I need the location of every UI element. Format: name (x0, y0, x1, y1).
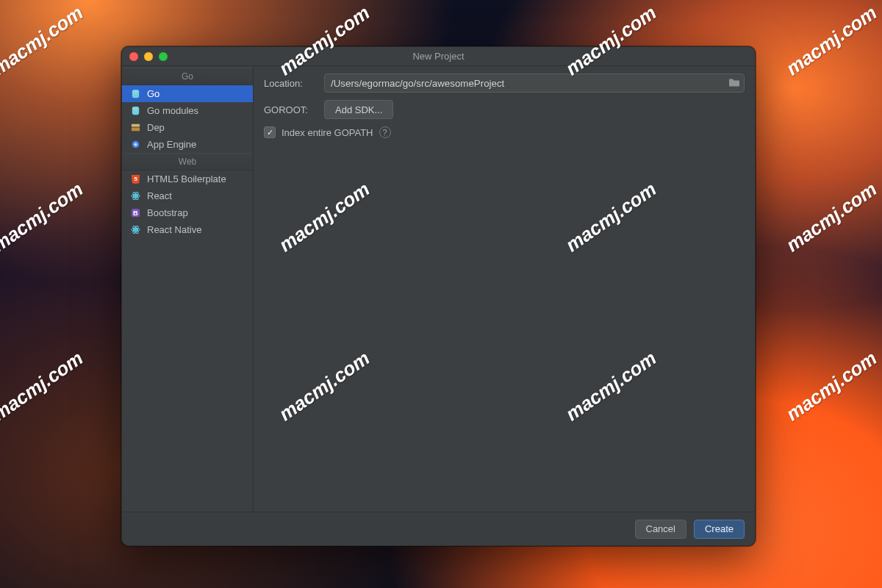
add-sdk-button[interactable]: Add SDK... (324, 100, 393, 119)
sidebar-item-label: Bootstrap (147, 207, 188, 218)
window-title: New Project (122, 51, 755, 62)
project-templates-sidebar: Go Go Go modules Dep (122, 66, 254, 512)
svg-rect-10 (131, 124, 139, 127)
sidebar-item-label: Go (147, 88, 159, 99)
cancel-label: Cancel (646, 523, 675, 534)
titlebar: New Project (122, 47, 755, 66)
svg-text:5: 5 (134, 176, 137, 182)
svg-point-22 (135, 229, 137, 231)
sidebar-item-label: React (147, 190, 172, 201)
sidebar-item-app-engine[interactable]: App Engine (122, 136, 253, 153)
cancel-button[interactable]: Cancel (635, 520, 686, 539)
html5-icon: 5 (129, 173, 141, 185)
svg-rect-11 (131, 128, 139, 132)
sidebar-item-dep[interactable]: Dep (122, 119, 253, 136)
sidebar-section-go: Go (122, 68, 253, 85)
location-input[interactable] (324, 74, 745, 93)
sidebar-item-label: App Engine (147, 139, 196, 150)
index-gopath-label: Index entire GOPATH (282, 127, 373, 138)
sidebar-item-bootstrap[interactable]: B Bootstrap (122, 204, 253, 221)
index-gopath-checkbox[interactable]: ✓ (264, 126, 276, 138)
add-sdk-label: Add SDK... (335, 104, 382, 115)
create-button[interactable]: Create (694, 520, 745, 539)
svg-point-9 (136, 109, 137, 110)
sidebar-item-label: Go modules (147, 105, 198, 116)
svg-point-3 (134, 92, 135, 93)
index-gopath-row: ✓ Index entire GOPATH ? (264, 126, 745, 138)
svg-rect-0 (132, 90, 138, 98)
sidebar-item-label: React Native (147, 224, 201, 235)
sidebar-item-label: HTML5 Boilerplate (147, 173, 226, 184)
svg-point-13 (134, 143, 137, 146)
sidebar-item-html5[interactable]: 5 HTML5 Boilerplate (122, 171, 253, 187)
goroot-label: GOROOT: (264, 104, 317, 115)
bootstrap-icon: B (129, 207, 141, 219)
location-row: Location: (264, 74, 745, 93)
react-icon (129, 224, 141, 236)
sidebar-item-go[interactable]: Go (122, 85, 253, 102)
help-icon[interactable]: ? (379, 126, 391, 138)
sidebar-item-label: Dep (147, 122, 165, 133)
gopher-icon (129, 88, 141, 100)
react-icon (129, 190, 141, 202)
svg-point-16 (135, 195, 137, 197)
gopher-icon (129, 105, 141, 117)
svg-point-4 (136, 92, 137, 93)
create-label: Create (705, 523, 734, 534)
dialog-body: Go Go Go modules Dep (122, 66, 755, 512)
sidebar-item-go-modules[interactable]: Go modules (122, 102, 253, 119)
dep-icon (129, 122, 141, 134)
sidebar-item-react[interactable]: React (122, 187, 253, 204)
sidebar-section-web: Web (122, 153, 253, 171)
new-project-dialog: New Project Go Go Go modules (121, 46, 756, 546)
svg-rect-5 (132, 107, 138, 115)
form-panel: Location: GOROOT: Add SDK... ✓ Index ent… (254, 66, 755, 512)
svg-point-8 (134, 109, 135, 110)
browse-folder-icon[interactable] (728, 77, 740, 90)
dialog-footer: Cancel Create (122, 512, 755, 545)
location-label: Location: (264, 78, 317, 89)
sidebar-item-react-native[interactable]: React Native (122, 221, 253, 238)
appengine-icon (129, 139, 141, 151)
goroot-row: GOROOT: Add SDK... (264, 100, 745, 119)
svg-text:B: B (133, 209, 138, 217)
